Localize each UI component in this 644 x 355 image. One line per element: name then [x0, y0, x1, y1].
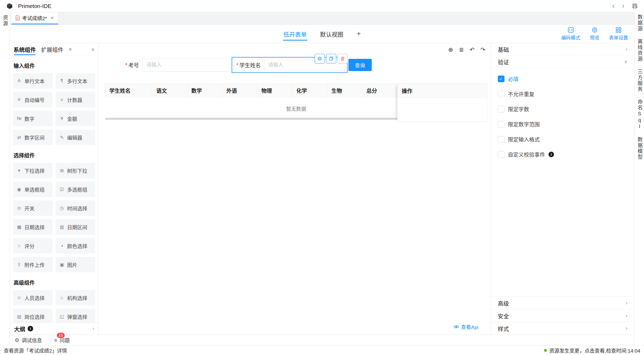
globe-icon[interactable]: ⊕	[448, 47, 453, 53]
chevron-right-icon: ›	[626, 300, 628, 306]
gear-icon: ⚙	[317, 56, 322, 61]
props-section-validation[interactable]: 验证 ∨	[491, 56, 634, 68]
history-forward-icon[interactable]: ›	[622, 2, 624, 10]
palette-grid: A单行文本¶多行文本#自动编号±计数器№数字¥金额⇄数字区间✎编辑器	[13, 73, 95, 145]
palette-item[interactable]: ☑多选框组	[56, 182, 95, 197]
palette-item[interactable]: ⇪附件上传	[13, 257, 53, 272]
palette-item[interactable]: ¥金额	[56, 111, 95, 126]
debug-info-button[interactable]: ⚙ 调试信息	[15, 336, 42, 344]
validation-option-custom-validation-event[interactable]: 自定义校验事件i	[498, 151, 628, 158]
table-column-header: 外语	[222, 84, 257, 98]
checkbox-number-range-limit[interactable]	[498, 121, 504, 128]
props-section-basic[interactable]: 基础 ›	[491, 43, 634, 56]
palette-collapse-icon[interactable]: ∨	[91, 46, 95, 52]
exam-no-input[interactable]	[142, 58, 231, 72]
rail-item-offline-resources[interactable]: 离线资源	[637, 39, 642, 62]
preview-button[interactable]: 预览	[590, 27, 599, 41]
checkbox-input-format-limit[interactable]	[498, 136, 504, 143]
selected-field-student-name[interactable]: ⚙	[232, 57, 348, 73]
palette-menu-icon[interactable]: ≡	[69, 46, 72, 52]
view-tab-add-view[interactable]: +	[356, 25, 361, 43]
palette-item[interactable]: ✎编辑器	[56, 130, 95, 145]
checkbox-char-limit[interactable]	[498, 106, 504, 112]
field-copy-button[interactable]	[326, 54, 336, 63]
validation-option-char-limit[interactable]: 限定字数	[498, 105, 628, 113]
status-left-text[interactable]: 查看资源「考试成绩2」详情	[4, 347, 67, 354]
history-back-icon[interactable]: ‹	[612, 2, 615, 10]
save-icon[interactable]	[632, 3, 638, 9]
palette-item[interactable]: ⌂机构选择	[56, 290, 95, 305]
validation-label: 限定数字范围	[508, 120, 540, 128]
props-section-security[interactable]: 安全›	[491, 309, 634, 322]
app-logo-icon	[6, 3, 13, 10]
form-settings-button[interactable]: 表单设置	[609, 27, 628, 41]
tab-extension-components[interactable]: 扩展组件	[41, 43, 63, 55]
code-mode-button[interactable]: 编码模式	[561, 27, 580, 41]
palette-item[interactable]: ▣图片	[56, 257, 95, 272]
props-section-label: 样式	[498, 325, 509, 332]
document-tab[interactable]: 考试成绩2* ×	[11, 12, 58, 24]
query-form: * 考号 ⚙	[125, 57, 372, 73]
field-delete-button[interactable]	[338, 54, 348, 63]
view-tab-default-view[interactable]: 默认视图	[319, 25, 344, 43]
status-dot-icon	[544, 349, 547, 352]
rail-item-third-party-services[interactable]: 三方服务	[637, 69, 642, 92]
close-tab-icon[interactable]: ×	[50, 15, 54, 21]
rail-item-named-sql[interactable]: 命名Sql	[637, 99, 642, 130]
search-button[interactable]: 查询	[348, 59, 372, 71]
palette-item[interactable]: ☺人员选择	[13, 290, 53, 305]
document-tabbar: 考试成绩2* ×	[10, 12, 634, 25]
table-column-header: 语文	[152, 84, 187, 98]
undo-icon[interactable]: ↶	[470, 47, 474, 53]
palette-item[interactable]: #自动编号	[13, 92, 53, 107]
props-section-advanced[interactable]: 高级›	[491, 296, 634, 309]
code-mode-icon	[568, 27, 574, 33]
checkbox-custom-validation-event[interactable]	[498, 151, 504, 158]
validation-option-input-format-limit[interactable]: 限定输入格式	[498, 135, 628, 143]
palette-item[interactable]: ⇄数字区间	[13, 130, 53, 145]
palette-item[interactable]: ▾下拉选择	[13, 163, 53, 178]
validation-option-number-range-limit[interactable]: 限定数字范围	[498, 120, 628, 128]
palette-item[interactable]: №数字	[13, 111, 53, 126]
palette-item[interactable]: ☆评分	[13, 238, 53, 253]
palette-item[interactable]: ±计数器	[56, 92, 95, 107]
validation-option-no-duplicate[interactable]: 不允许重复	[498, 90, 628, 98]
field-settings-button[interactable]: ⚙	[315, 54, 325, 63]
tab-system-components[interactable]: 系统组件	[14, 43, 36, 55]
palette-item[interactable]: ◱弹窗选择	[56, 309, 95, 322]
palette-item[interactable]: ▤岗位选择	[13, 309, 53, 322]
chevron-right-icon: ›	[626, 46, 628, 52]
palette-item[interactable]: ▥日期区间	[56, 219, 95, 235]
checkbox-required[interactable]: ✓	[498, 76, 504, 82]
props-section-style[interactable]: 样式›	[491, 322, 634, 335]
radio-group-icon: ◉	[16, 187, 22, 192]
outline-list-icon[interactable]: ≣	[459, 47, 464, 53]
rail-item-resources[interactable]: 资源	[2, 15, 8, 27]
redo-icon[interactable]: ↷	[481, 47, 485, 53]
palette-item[interactable]: ¶多行文本	[56, 73, 95, 89]
view-api-link[interactable]: 查看Api	[453, 323, 478, 330]
checkbox-no-duplicate[interactable]	[498, 91, 504, 97]
problems-button[interactable]: ≡ 问题 15	[54, 336, 70, 344]
palette-item[interactable]: ◉单选框组	[13, 182, 53, 197]
rail-item-data-model[interactable]: 数据模型	[637, 137, 642, 160]
switch-icon: ⊙	[16, 205, 22, 211]
number-icon: №	[16, 116, 22, 121]
form-settings-label: 表单设置	[609, 34, 628, 41]
palette-item[interactable]: ▦日期选择	[13, 219, 53, 235]
palette-item[interactable]: A单行文本	[13, 73, 53, 89]
validation-option-required[interactable]: ✓必填	[498, 75, 628, 83]
validation-label: 限定字数	[508, 105, 529, 113]
view-tab-low-code-form[interactable]: 低开表单	[283, 25, 307, 43]
palette-item[interactable]: ◷时间选择	[56, 200, 95, 216]
status-right[interactable]: 资源发生变更，点击查看,检查时间:14:04	[544, 347, 640, 354]
outline-bar[interactable]: 大纲 i ›	[10, 322, 98, 335]
palette-item[interactable]: ⊙开关	[13, 200, 53, 216]
outline-expand-icon[interactable]: ›	[92, 326, 94, 332]
props-section-label: 基础	[498, 45, 509, 53]
palette-sections[interactable]: 输入组件A单行文本¶多行文本#自动编号±计数器№数字¥金额⇄数字区间✎编辑器选择…	[10, 55, 98, 322]
palette-item-label: 评分	[24, 242, 34, 249]
palette-item[interactable]: ◑颜色选择	[56, 238, 95, 253]
palette-item[interactable]: ⊞树形下拉	[56, 163, 95, 178]
rail-item-data-source[interactable]: 数据源	[637, 14, 642, 32]
